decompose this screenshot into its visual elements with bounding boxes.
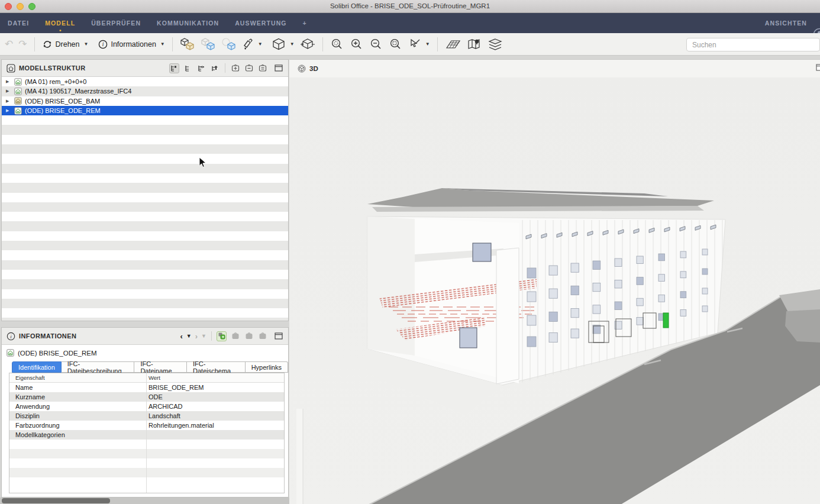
rotate-tool-button[interactable]: Drehen ▼ — [42, 40, 89, 49]
model-structure-panel: MODELLSTRUKTUR — [1, 59, 289, 321]
tree-item-label: (MA 41) 190517_Maerzstrasse_IFC4 — [25, 88, 131, 95]
information-label: Informationen — [111, 40, 156, 49]
expand-arrow-icon[interactable]: ▶ — [6, 79, 12, 84]
menu-item--berpr-fen[interactable]: ÜBERPRÜFEN — [91, 20, 141, 27]
tree-item[interactable]: ▶(MA 41) 190517_Maerzstrasse_IFC4 — [2, 86, 288, 96]
panel-title: MODELLSTRUKTUR — [19, 64, 86, 72]
containment-view-icon[interactable] — [210, 63, 220, 73]
tab-ifc-dateibeschreibung[interactable]: IFC-Dateibeschreibung — [62, 361, 135, 373]
selected-model-breadcrumb: (ODE) BRISE_ODE_REM — [7, 349, 97, 357]
property-cell: Disziplin — [9, 412, 146, 419]
basket-1-icon — [230, 331, 240, 341]
tab-identifikation[interactable]: Identifikation — [12, 361, 62, 373]
panel-separator — [225, 63, 225, 73]
3d-model-scene[interactable] — [289, 77, 820, 504]
auto-select-icon[interactable] — [217, 331, 227, 341]
information-dropdown-icon[interactable]: ▼ — [160, 41, 165, 47]
hide-components-icon[interactable] — [201, 38, 216, 51]
home-icon — [7, 64, 15, 73]
history-back-icon[interactable]: ‹ — [180, 332, 182, 340]
pick-pointer-icon — [408, 38, 421, 51]
table-row[interactable]: DisziplinLandschaft — [9, 411, 284, 421]
tree-item[interactable]: ▶(MA 01) rem_+0+0+0 — [2, 77, 288, 86]
3d-cube-icon — [298, 64, 306, 73]
menu-item-auswertung[interactable]: AUSWERTUNG — [235, 20, 286, 27]
color-selection-button[interactable]: ▼ — [242, 38, 263, 50]
expand-arrow-icon[interactable]: ▶ — [6, 99, 12, 104]
panel-window-icon[interactable] — [816, 64, 820, 71]
color-selection-dropdown-icon[interactable]: ▼ — [258, 41, 263, 47]
zoom-window-icon[interactable] — [389, 38, 403, 51]
history-back-dropdown-icon[interactable]: ▼ — [186, 334, 192, 339]
building-green-icon — [14, 78, 22, 86]
history-forward-dropdown-icon: ▼ — [201, 334, 206, 339]
main-menubar: DATEIMODELLÜBERPRÜFENKOMMUNIKATIONAUSWER… — [0, 13, 820, 33]
property-table: Eigenschaft Wert NameBRISE_ODE_REMKurzna… — [9, 373, 285, 493]
svg-text:i: i — [102, 41, 104, 47]
information-tool-button[interactable]: i Informationen ▼ — [98, 40, 164, 49]
expand-arrow-icon[interactable]: ▶ — [6, 89, 12, 93]
property-cell: Farbzuordnung — [9, 422, 146, 429]
tree-view-icon[interactable] — [169, 63, 179, 73]
layers-icon[interactable] — [488, 38, 503, 51]
central-pillar — [496, 248, 519, 384]
menu-item-modell[interactable]: MODELL — [45, 20, 75, 27]
3d-viewport[interactable]: 3D — [289, 59, 820, 504]
table-row[interactable]: Modellkategorien — [9, 430, 284, 440]
menu-item-datei[interactable]: DATEI — [8, 20, 29, 27]
table-row[interactable]: KurznameODE — [9, 392, 284, 402]
panel-window-icon[interactable] — [273, 63, 283, 73]
table-rows: NameBRISE_ODE_REMKurznameODEAnwendungARC… — [9, 383, 284, 440]
set-basket-icon[interactable] — [257, 63, 267, 73]
tree-item[interactable]: ▶(ODE) BRISE_ODE_BAM — [2, 96, 288, 106]
model-structure-header: MODELLSTRUKTUR — [2, 60, 288, 77]
value-cell: BRISE_ODE_REM — [146, 384, 204, 391]
view-presets-dropdown-icon[interactable]: ▼ — [290, 41, 295, 47]
svg-text:i: i — [10, 333, 12, 339]
menu-item-ansichten[interactable]: ANSICHTEN — [765, 20, 807, 27]
table-row[interactable]: AnwendungARCHICAD — [9, 402, 284, 411]
information-panel: i INFORMATIONEN ‹ ▼ › ▼ — [1, 327, 289, 497]
flat-view-icon[interactable] — [183, 63, 193, 73]
zoom-fit-icon[interactable] — [330, 38, 344, 51]
tab-hyperlinks[interactable]: Hyperlinks — [246, 361, 288, 373]
expand-arrow-icon[interactable]: ▶ — [6, 108, 12, 113]
scrollbar-thumb[interactable] — [2, 498, 110, 503]
property-cell: Name — [9, 384, 146, 391]
panel-title: INFORMATIONEN — [19, 332, 76, 340]
information-header: i INFORMATIONEN ‹ ▼ › ▼ — [2, 328, 288, 345]
panel-window-icon[interactable] — [273, 331, 283, 341]
horizontal-scrollbar[interactable] — [0, 497, 289, 504]
menu-items: DATEIMODELLÜBERPRÜFENKOMMUNIKATIONAUSWER… — [0, 20, 307, 27]
table-row[interactable]: FarbzuordnungRohrleitungen.material — [9, 421, 284, 430]
redo-button[interactable]: ↷ — [18, 38, 27, 50]
pick-zoom-button[interactable]: ▼ — [408, 38, 430, 51]
map-icon[interactable] — [467, 38, 482, 51]
view-presets-button[interactable]: ▼ — [272, 38, 295, 51]
layer-view-icon[interactable] — [196, 63, 206, 73]
left-wall-sliver — [296, 409, 303, 504]
titlebar: Solibri Office - BRISE_ODE_SOL-Prüfrouti… — [0, 0, 820, 13]
information-tabs: IdentifikationIFC-DateibeschreibungIFC-D… — [12, 361, 288, 373]
zoom-in-icon[interactable] — [350, 38, 364, 51]
show-components-icon[interactable] — [180, 38, 195, 51]
table-row[interactable]: NameBRISE_ODE_REM — [9, 383, 284, 392]
undo-button[interactable]: ↶ — [5, 38, 13, 50]
search-input[interactable] — [686, 38, 820, 51]
tree-item[interactable]: ▶(ODE) BRISE_ODE_REM — [2, 106, 288, 115]
glass-box-lower — [460, 328, 477, 348]
rotate-dropdown-icon[interactable]: ▼ — [84, 41, 89, 47]
floor-plan-icon[interactable] — [445, 38, 461, 51]
remove-from-basket-icon[interactable] — [244, 63, 254, 73]
transparent-components-icon[interactable] — [221, 38, 237, 51]
column-divider — [146, 373, 147, 493]
section-box-icon[interactable] — [300, 38, 315, 51]
model-tree: ▶(MA 01) rem_+0+0+0▶(MA 41) 190517_Maerz… — [2, 77, 288, 321]
zoom-out-icon[interactable] — [369, 38, 383, 51]
tab-ifc-dateiname[interactable]: IFC-Dateiname — [134, 361, 187, 373]
add-to-basket-icon[interactable] — [230, 63, 240, 73]
menu-item--[interactable]: + — [303, 20, 307, 27]
pick-zoom-dropdown-icon[interactable]: ▼ — [425, 41, 430, 47]
tab-ifc-dateischema[interactable]: IFC-Dateischema — [187, 361, 246, 373]
menu-item-kommunikation[interactable]: KOMMUNIKATION — [157, 20, 219, 27]
